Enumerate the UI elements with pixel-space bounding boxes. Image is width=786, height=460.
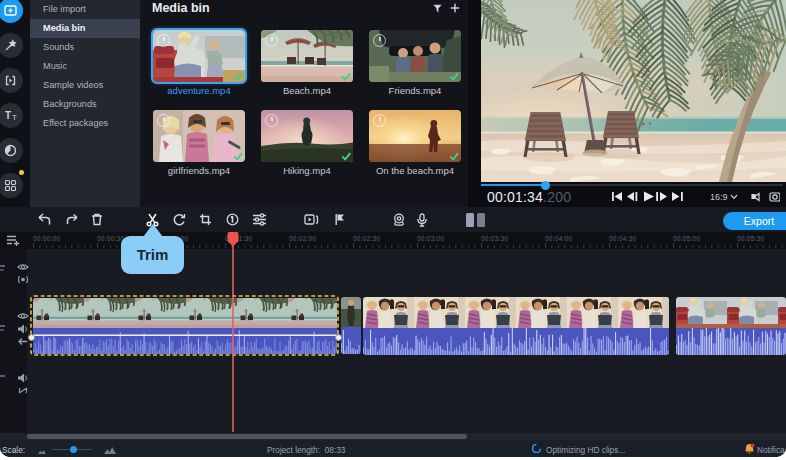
svg-text:16:9: 16:9 <box>710 192 728 202</box>
svg-text:T: T <box>5 110 11 121</box>
svg-text:T: T <box>12 113 17 122</box>
